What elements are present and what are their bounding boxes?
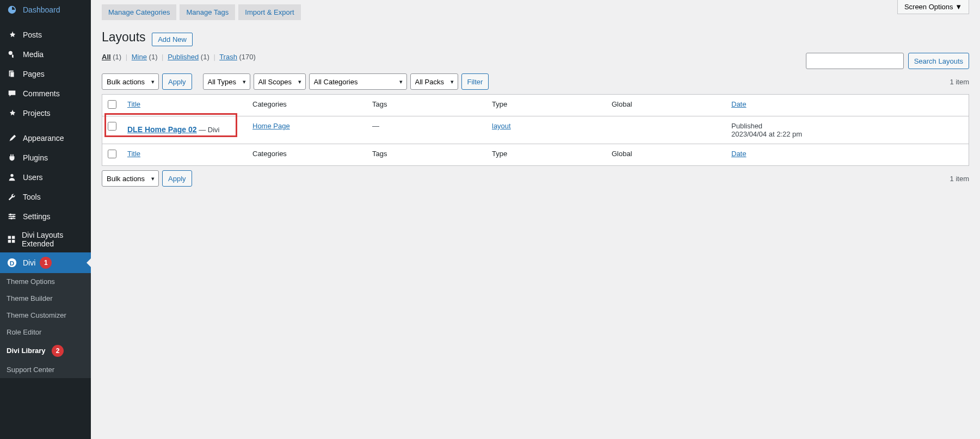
svg-point-10 (10, 218, 13, 220)
plug-icon (7, 152, 17, 163)
page-icon (7, 69, 17, 79)
view-published-count: (1) (201, 53, 209, 61)
comment-icon (7, 88, 17, 99)
view-mine[interactable]: Mine (132, 53, 147, 61)
bulk-actions-select-bottom[interactable]: Bulk actions (102, 170, 159, 187)
submenu-support-center[interactable]: Support Center (0, 361, 91, 378)
chevron-down-icon: ▼ (955, 3, 962, 11)
sidebar-item-users[interactable]: Users (0, 168, 91, 187)
sidebar-item-label: Divi (23, 258, 35, 267)
col-categories-footer: Categories (252, 150, 287, 158)
row-date-status: Published (731, 122, 963, 130)
sidebar-item-tools[interactable]: Tools (0, 187, 91, 207)
col-title[interactable]: Title (127, 100, 140, 108)
svg-rect-13 (8, 240, 11, 243)
sidebar-item-label: Users (23, 173, 43, 182)
sidebar-item-media[interactable]: Media (0, 45, 91, 64)
brush-icon (7, 133, 17, 144)
col-title-footer[interactable]: Title (127, 150, 140, 158)
row-title-link[interactable]: DLE Home Page 02 (127, 125, 197, 134)
col-categories: Categories (252, 100, 287, 108)
admin-sidebar: Dashboard Posts Media Pages Comments Pro… (0, 0, 91, 439)
add-new-button[interactable]: Add New (152, 33, 193, 46)
view-published[interactable]: Published (168, 53, 199, 61)
filter-types-select[interactable]: All Types (203, 73, 250, 90)
screen-options-label: Screen Options (904, 3, 953, 11)
sidebar-item-label: Appearance (23, 134, 64, 143)
sidebar-item-dashboard[interactable]: Dashboard (0, 0, 91, 20)
sidebar-item-label: Plugins (23, 153, 48, 162)
search-input[interactable] (806, 53, 904, 69)
layouts-icon (7, 234, 16, 245)
select-all-checkbox[interactable] (108, 100, 116, 109)
apply-bulk-button[interactable]: Apply (162, 73, 192, 90)
submenu-label: Divi Library (7, 347, 46, 355)
media-icon (7, 49, 17, 60)
col-type: Type (492, 100, 507, 108)
col-date[interactable]: Date (731, 100, 746, 108)
sidebar-item-pages[interactable]: Pages (0, 64, 91, 84)
table-row: DLE Home Page 02 — Divi Home Page — layo… (102, 116, 969, 144)
apply-bulk-button-bottom[interactable]: Apply (162, 170, 192, 187)
dashboard-icon (7, 4, 17, 15)
sidebar-item-label: Projects (23, 109, 51, 118)
sidebar-item-label: Comments (23, 89, 60, 98)
select-all-checkbox-footer[interactable] (108, 150, 116, 158)
sidebar-item-comments[interactable]: Comments (0, 84, 91, 103)
row-type-link[interactable]: layout (492, 122, 511, 130)
col-global-footer: Global (612, 150, 632, 158)
sidebar-item-label: Settings (23, 212, 51, 221)
sidebar-item-posts[interactable]: Posts (0, 25, 91, 45)
top-tabs: Manage Categories Manage Tags Import & E… (102, 4, 969, 20)
submenu-theme-customizer[interactable]: Theme Customizer (0, 307, 91, 324)
col-global: Global (612, 100, 632, 108)
svg-rect-11 (8, 236, 11, 239)
svg-rect-3 (10, 72, 14, 77)
submenu-theme-builder[interactable]: Theme Builder (0, 290, 91, 307)
svg-text:D: D (10, 259, 14, 267)
sidebar-item-appearance[interactable]: Appearance (0, 128, 91, 148)
search-button[interactable]: Search Layouts (908, 53, 969, 69)
bulk-actions-select[interactable]: Bulk actions (102, 73, 159, 90)
screen-options-button[interactable]: Screen Options ▼ (897, 0, 969, 14)
filter-categories-select[interactable]: All Categories (309, 73, 407, 90)
pin-icon (7, 108, 17, 119)
sidebar-item-label: Tools (23, 193, 41, 201)
svg-point-0 (9, 51, 13, 55)
sidebar-item-label: Pages (23, 70, 45, 78)
filter-scopes-select[interactable]: All Scopes (254, 73, 306, 90)
svg-point-9 (13, 215, 15, 218)
settings-icon (7, 211, 17, 222)
item-count: 1 item (950, 78, 969, 86)
view-all[interactable]: All (102, 53, 111, 61)
tab-manage-categories[interactable]: Manage Categories (102, 4, 176, 20)
view-mine-count: (1) (149, 53, 158, 61)
row-state: — Divi (197, 126, 220, 134)
sidebar-item-divi-layouts-extended[interactable]: Divi Layouts Extended (0, 226, 91, 252)
sidebar-item-projects[interactable]: Projects (0, 103, 91, 123)
wrench-icon (7, 191, 17, 202)
row-category-link[interactable]: Home Page (252, 122, 290, 130)
sidebar-item-plugins[interactable]: Plugins (0, 148, 91, 168)
row-tags: — (372, 122, 379, 130)
col-type-footer: Type (492, 150, 507, 158)
submenu-role-editor[interactable]: Role Editor (0, 324, 91, 341)
layouts-table: Title Categories Tags Type Global Date D… (102, 94, 969, 166)
tab-manage-tags[interactable]: Manage Tags (180, 4, 235, 20)
sidebar-item-divi[interactable]: D Divi 1 (0, 252, 91, 273)
submenu-theme-options[interactable]: Theme Options (0, 273, 91, 290)
filter-button[interactable]: Filter (461, 73, 489, 90)
sidebar-item-label: Dashboard (23, 5, 60, 14)
filter-packs-select[interactable]: All Packs (410, 73, 458, 90)
col-tags-footer: Tags (372, 150, 387, 158)
badge: 1 (40, 257, 52, 269)
col-date-footer[interactable]: Date (731, 150, 746, 158)
submenu-divi-library[interactable]: Divi Library 2 (0, 341, 91, 361)
sidebar-item-settings[interactable]: Settings (0, 207, 91, 226)
view-filters: All (1) | Mine (1) | Published (1) | Tra… (102, 53, 256, 61)
row-checkbox[interactable] (108, 122, 116, 131)
view-trash[interactable]: Trash (219, 53, 237, 61)
tab-import-export[interactable]: Import & Export (238, 4, 300, 20)
divi-icon: D (7, 257, 17, 268)
main-content: Screen Options ▼ Manage Categories Manag… (91, 0, 980, 439)
